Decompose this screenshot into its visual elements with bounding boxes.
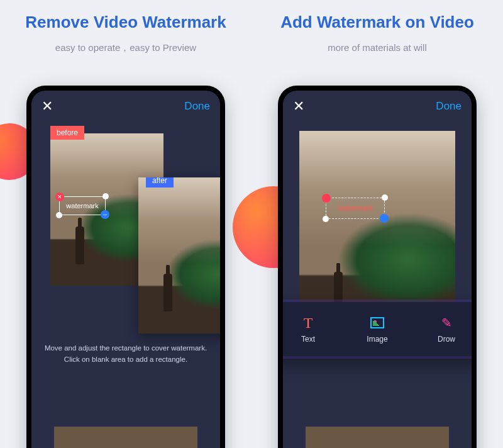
timeline-strip[interactable] bbox=[306, 427, 449, 448]
video-timeline[interactable]: 00:00 00:46 bbox=[294, 427, 460, 448]
tool-label: Image bbox=[352, 335, 402, 344]
resize-handle[interactable] bbox=[382, 194, 388, 201]
panel-headline: Remove Video Watermark bbox=[0, 13, 252, 32]
panel-subline: easy to operate，easy to Preview bbox=[0, 42, 252, 54]
instruction-line: Click on blank area to add a rectangle. bbox=[43, 354, 209, 365]
resize-handle[interactable] bbox=[102, 193, 109, 199]
image-icon bbox=[370, 317, 384, 328]
instruction-text: Move and adjust the rectangle to cover w… bbox=[31, 342, 220, 366]
watermark-label: watermark bbox=[338, 204, 373, 213]
panel-headline: Add Watermark on Video bbox=[252, 13, 503, 32]
resize-handle[interactable] bbox=[56, 212, 62, 218]
watermark-toolbar: T Text Image ✎ Drow bbox=[283, 302, 472, 356]
before-tag: before bbox=[50, 126, 84, 140]
delete-handle-icon[interactable]: ✕ bbox=[55, 193, 64, 201]
photo-bottle bbox=[75, 227, 84, 264]
watermark-label: watermark bbox=[66, 202, 98, 210]
photo-bottle bbox=[163, 274, 172, 311]
tool-text[interactable]: T Text bbox=[283, 315, 333, 344]
resize-handle[interactable] bbox=[323, 216, 329, 222]
top-bar: ✕ Done bbox=[283, 91, 472, 122]
tool-label: Text bbox=[283, 335, 333, 344]
watermark-insert-box[interactable]: watermark bbox=[326, 198, 385, 219]
timeline-strip[interactable] bbox=[54, 427, 197, 448]
app-screen: ✕ Done before watermark ✕ ↔ after Move a… bbox=[31, 91, 220, 448]
draw-icon: ✎ bbox=[441, 315, 452, 330]
panel-subline: more of materials at will bbox=[252, 42, 503, 53]
video-preview-after: after bbox=[138, 177, 220, 333]
done-button[interactable]: Done bbox=[436, 100, 462, 113]
top-bar: ✕ Done bbox=[31, 91, 220, 122]
done-button[interactable]: Done bbox=[184, 100, 210, 113]
phone-frame: ✕ Done before watermark ✕ ↔ after Move a… bbox=[26, 86, 225, 448]
watermark-selection-box[interactable]: watermark ✕ ↔ bbox=[59, 196, 106, 215]
close-icon[interactable]: ✕ bbox=[293, 98, 304, 115]
instruction-line: Move and adjust the rectangle to cover w… bbox=[43, 342, 209, 354]
app-screen: ✕ Done watermark T Text Im bbox=[283, 91, 472, 448]
edit-handle-icon[interactable]: ↔ bbox=[101, 210, 109, 219]
marketing-panel-add: Add Watermark on Video more of materials… bbox=[252, 0, 503, 448]
marketing-panel-remove: Remove Video Watermark easy to operate，e… bbox=[0, 0, 252, 448]
phone-frame: ✕ Done watermark T Text Im bbox=[278, 86, 477, 448]
tool-image[interactable]: Image bbox=[352, 315, 402, 344]
edit-handle-icon[interactable] bbox=[380, 214, 389, 223]
tool-draw[interactable]: ✎ Drow bbox=[421, 315, 472, 344]
video-timeline[interactable]: 00:00 00:46 bbox=[43, 427, 209, 448]
close-icon[interactable]: ✕ bbox=[41, 98, 53, 115]
tool-label: Drow bbox=[421, 335, 472, 344]
after-tag: after bbox=[146, 177, 174, 188]
delete-handle-icon[interactable] bbox=[322, 194, 331, 203]
text-icon: T bbox=[304, 315, 313, 332]
